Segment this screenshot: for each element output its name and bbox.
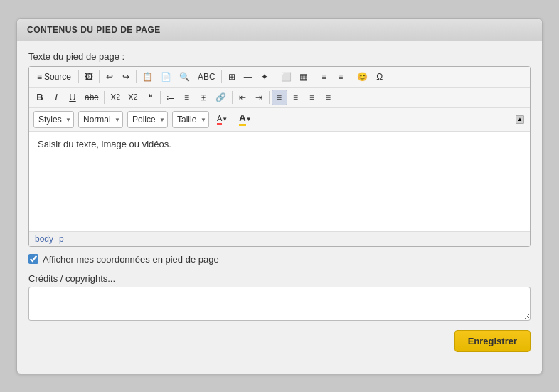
styles-dropdown-wrapper: Styles xyxy=(33,111,74,128)
police-dropdown[interactable]: Police xyxy=(127,111,168,128)
separator-7 xyxy=(351,70,351,83)
separator-f2 xyxy=(160,91,161,104)
main-container: Contenus du pied de page Texte du pied d… xyxy=(16,18,543,374)
separator-2 xyxy=(99,70,100,83)
table2-btn[interactable]: ▦ xyxy=(296,69,312,85)
align-center-button[interactable]: ≡ xyxy=(288,90,304,105)
section-header: Contenus du pied de page xyxy=(17,19,542,41)
highlight-arrow: ▼ xyxy=(246,116,252,122)
emoji-btn[interactable]: 😊 xyxy=(353,69,371,85)
source-button[interactable]: ≡ Source xyxy=(32,69,76,85)
link-btn[interactable]: 🔗 xyxy=(212,90,230,105)
maximize-btn[interactable]: ⬜ xyxy=(277,69,295,85)
credits-label: Crédits / copyrights... xyxy=(28,273,531,284)
highlight-button[interactable]: A▼ xyxy=(235,112,255,127)
align-left-icon: ≡ xyxy=(321,72,326,82)
source-label: Source xyxy=(44,72,71,82)
status-bar: body p xyxy=(29,231,530,246)
align-right-btn[interactable]: ≡ xyxy=(333,69,348,85)
align-right-text-button[interactable]: ≡ xyxy=(304,90,320,105)
separator-5 xyxy=(275,70,275,83)
source-icon: ≡ xyxy=(37,72,42,82)
highlight-icon: A xyxy=(239,112,245,126)
superscript-button[interactable]: X2 xyxy=(124,90,142,105)
maximize-icon: ⬜ xyxy=(281,72,292,82)
align-left-btn[interactable]: ≡ xyxy=(316,69,332,85)
police-dropdown-wrapper: Police xyxy=(127,111,168,128)
subscript-button[interactable]: X2 xyxy=(107,90,124,105)
eraser-btn[interactable]: ✦ xyxy=(257,69,272,85)
save-button[interactable]: Enregistrer xyxy=(454,330,531,352)
font-color-button[interactable]: A▼ xyxy=(213,112,231,127)
blockquote-button[interactable]: ❝ xyxy=(142,90,158,105)
checkbox-row: Afficher mes coordonnées en pied de page xyxy=(28,254,531,265)
table-icon: ⊞ xyxy=(228,72,235,82)
status-p[interactable]: p xyxy=(59,234,64,244)
section-content: Texte du pied de page : ≡ Source 🖼 ↩ ↪ xyxy=(17,41,542,362)
spellcheck-btn[interactable]: ABC xyxy=(194,69,219,85)
editor-area-wrapper: Saisir du texte, image ou vidéos. xyxy=(29,132,530,231)
align-right-icon: ≡ xyxy=(338,72,343,82)
align-left-text-button[interactable]: ≡ xyxy=(272,90,287,105)
field-label: Texte du pied de page : xyxy=(28,51,531,62)
toolbar-row-2: B I U abc X2 X2 ❝ ≔ ≡ ⊞ 🔗 ⇤ ⇥ ≡ ≡ ≡ xyxy=(29,88,530,108)
emoji-icon: 😊 xyxy=(357,72,368,82)
separator-4 xyxy=(221,70,222,83)
special-char-btn[interactable]: Ω xyxy=(372,69,388,85)
paste-word-icon: 📄 xyxy=(161,72,171,82)
table-f-btn[interactable]: ⊞ xyxy=(196,90,211,105)
hr-btn[interactable]: — xyxy=(240,69,256,85)
paste-text-btn[interactable]: 📋 xyxy=(139,69,156,85)
font-color-icon: A xyxy=(217,114,222,125)
separator-3 xyxy=(136,70,137,83)
separator-f3 xyxy=(232,91,233,104)
table2-icon: ▦ xyxy=(299,72,307,82)
paste-icon: 📋 xyxy=(142,72,153,82)
image-icon: 🖼 xyxy=(85,72,93,82)
image-btn[interactable]: 🖼 xyxy=(81,69,97,85)
strikethrough-button[interactable]: abc xyxy=(81,90,102,105)
credits-textarea[interactable] xyxy=(28,287,531,321)
section-title: Contenus du pied de page xyxy=(27,25,161,35)
footer-row: Enregistrer xyxy=(28,330,531,352)
toolbar-row-1: ≡ Source 🖼 ↩ ↪ 📋 📄 xyxy=(29,67,530,88)
find-icon: 🔍 xyxy=(179,72,190,82)
font-color-arrow: ▼ xyxy=(222,116,228,122)
spellcheck-icon: ABC xyxy=(198,72,215,82)
underline-button[interactable]: U xyxy=(65,90,80,105)
redo-icon: ↪ xyxy=(122,72,129,82)
format-dropdown[interactable]: Normal xyxy=(78,111,123,128)
indent-button[interactable]: ⇥ xyxy=(251,90,267,105)
separator-1 xyxy=(78,70,79,83)
editor-wrapper: ≡ Source 🖼 ↩ ↪ 📋 📄 xyxy=(28,66,531,247)
separator-f4 xyxy=(269,91,270,104)
outdent-button[interactable]: ⇤ xyxy=(235,90,250,105)
editor-placeholder-text: Saisir du texte, image ou vidéos. xyxy=(38,139,171,149)
justify-button[interactable]: ≡ xyxy=(321,90,336,105)
eraser-icon: ✦ xyxy=(261,72,268,82)
unordered-list-button[interactable]: ≡ xyxy=(179,90,195,105)
editor-content-area[interactable]: Saisir du texte, image ou vidéos. xyxy=(29,132,530,231)
special-char-icon: Ω xyxy=(376,72,383,82)
undo-icon: ↩ xyxy=(106,72,113,82)
bold-button[interactable]: B xyxy=(32,90,48,105)
taille-dropdown-wrapper: Taille xyxy=(172,111,209,128)
status-body[interactable]: body xyxy=(35,234,53,244)
dropdown-row: Styles Normal Police Taille xyxy=(29,108,530,132)
separator-f1 xyxy=(104,91,105,104)
format-dropdown-wrapper: Normal xyxy=(78,111,123,128)
coordinates-checkbox[interactable] xyxy=(28,254,38,264)
separator-6 xyxy=(314,70,314,83)
scroll-up-arrow[interactable]: ▲ xyxy=(516,115,524,124)
paste-word-btn[interactable]: 📄 xyxy=(157,69,175,85)
ordered-list-button[interactable]: ≔ xyxy=(163,90,179,105)
taille-dropdown[interactable]: Taille xyxy=(172,111,209,128)
table-btn[interactable]: ⊞ xyxy=(224,69,240,85)
redo-button[interactable]: ↪ xyxy=(118,69,134,85)
undo-button[interactable]: ↩ xyxy=(102,69,117,85)
find-btn[interactable]: 🔍 xyxy=(176,69,193,85)
italic-button[interactable]: I xyxy=(48,90,64,105)
coordinates-label: Afficher mes coordonnées en pied de page xyxy=(43,254,219,265)
hr-icon: — xyxy=(244,72,252,82)
styles-dropdown[interactable]: Styles xyxy=(33,111,74,128)
